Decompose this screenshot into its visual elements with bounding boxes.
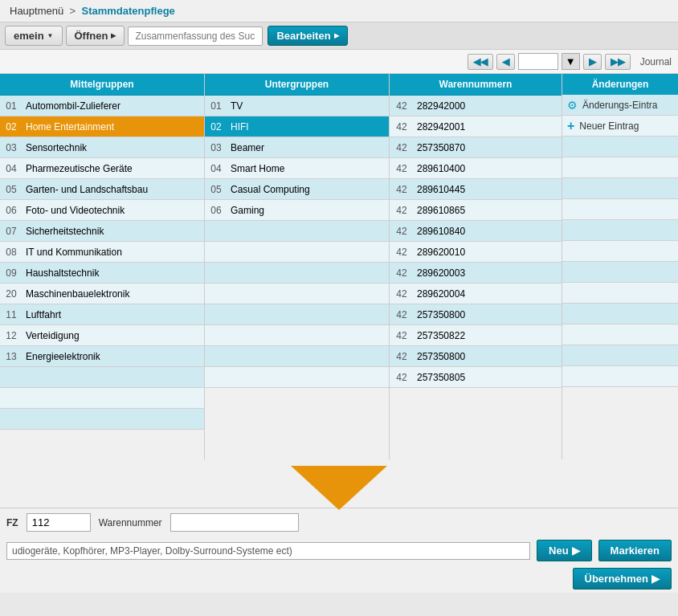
- waren-val: 257350805: [414, 372, 562, 383]
- table-row[interactable]: 04 Smart Home: [205, 158, 389, 179]
- row-num: 05: [0, 184, 22, 195]
- journal-panel: Änderungen ⚙ Änderungs-Eintra + Neuer Ei…: [562, 74, 678, 459]
- journal-row[interactable]: ⚙ Änderungs-Eintra: [562, 95, 678, 116]
- waren-prefix: 42: [390, 100, 414, 112]
- mittelgruppen-panel: Mittelgruppen 01 Automombil-Zulieferer 0…: [0, 74, 205, 459]
- mittelgruppen-header: Mittelgruppen: [0, 74, 204, 96]
- bearbeiten-button[interactable]: Bearbeiten ▶: [268, 26, 347, 46]
- bottom-row1: FZ Warennummer: [0, 508, 678, 536]
- row-text: Energieelektronik: [22, 351, 204, 362]
- table-row[interactable]: 42 289610445: [390, 179, 562, 200]
- row-text: Smart Home: [227, 163, 389, 174]
- nav-page-input[interactable]: [518, 53, 558, 70]
- search-input[interactable]: [128, 27, 263, 46]
- journal-empty: [562, 137, 678, 459]
- row-num: 03: [205, 142, 227, 153]
- allgemein-dropdown-icon: ▼: [47, 32, 54, 39]
- row-num: 02: [0, 121, 22, 133]
- row-num: 13: [0, 351, 22, 362]
- nav-dropdown-button[interactable]: ▼: [562, 53, 580, 70]
- bottom-section: FZ Warennummer Neu ▶ Markieren Übernehme…: [0, 508, 678, 593]
- untergruppen-empty: [205, 221, 389, 459]
- table-row[interactable]: 01 Automombil-Zulieferer: [0, 96, 204, 116]
- untergruppen-rows: 01 TV 02 HIFI 03 Beamer 04 Smart Home 05…: [205, 96, 389, 221]
- mittelgruppen-empty: [0, 367, 204, 459]
- table-row[interactable]: 12 Verteidigung: [0, 325, 204, 346]
- table-row[interactable]: 42 289620010: [390, 242, 562, 263]
- table-row[interactable]: 02 HIFI: [205, 116, 389, 137]
- row-text: HIFI: [227, 121, 389, 133]
- table-row[interactable]: 42 282942001: [390, 116, 562, 137]
- breadcrumb-home[interactable]: Hauptmenü: [10, 5, 63, 17]
- table-row[interactable]: 06 Gaming: [205, 200, 389, 221]
- waren-val: 257350800: [414, 309, 562, 320]
- row-num: 02: [205, 121, 227, 133]
- warennummern-header: Warennummern: [390, 74, 562, 96]
- table-row[interactable]: 20 Maschinenbauelektronik: [0, 284, 204, 304]
- row-num: 05: [205, 184, 227, 195]
- row-num: 07: [0, 226, 22, 237]
- waren-prefix: 42: [390, 163, 414, 174]
- table-row[interactable]: 01 TV: [205, 96, 389, 116]
- table-row[interactable]: 42 257350870: [390, 137, 562, 158]
- table-row[interactable]: 42 289610865: [390, 200, 562, 221]
- neu-button[interactable]: Neu ▶: [537, 540, 592, 561]
- row-num: 01: [0, 100, 22, 112]
- row-num: 12: [0, 330, 22, 341]
- breadcrumb-current: Stammdatenpflege: [82, 5, 175, 17]
- table-row[interactable]: 42 289620004: [390, 284, 562, 304]
- row-num: 08: [0, 247, 22, 258]
- waren-val: 289620010: [414, 247, 562, 258]
- waren-val: 257350800: [414, 351, 562, 362]
- table-row[interactable]: 42 257350805: [390, 367, 562, 388]
- ubernehmen-button[interactable]: Übernehmen ▶: [573, 568, 672, 589]
- waren-prefix: 42: [390, 247, 414, 258]
- table-row[interactable]: 42 282942000: [390, 96, 562, 116]
- nav-first-button[interactable]: ◀◀: [468, 54, 493, 70]
- waren-prefix: 42: [390, 205, 414, 216]
- waren-prefix: 42: [390, 226, 414, 237]
- row-text: Pharmezeutische Geräte: [22, 163, 204, 174]
- table-row[interactable]: 11 Luftfahrt: [0, 304, 204, 325]
- markieren-button[interactable]: Markieren: [598, 540, 672, 561]
- waren-input[interactable]: [170, 513, 299, 532]
- table-row[interactable]: 42 257350800: [390, 346, 562, 367]
- breadcrumb: Hauptmenü > Stammdatenpflege: [0, 0, 678, 22]
- table-row[interactable]: 04 Pharmezeutische Geräte: [0, 158, 204, 179]
- row-text: Garten- und Landschaftsbau: [22, 184, 204, 195]
- offnen-dropdown-icon: ▶: [111, 32, 116, 39]
- row-num: 20: [0, 288, 22, 300]
- desc-input[interactable]: [6, 542, 530, 560]
- journal-row[interactable]: + Neuer Eintrag: [562, 116, 678, 137]
- row-text: Foto- und Videotechnik: [22, 205, 204, 216]
- row-text: Sensortechnik: [22, 142, 204, 153]
- table-row[interactable]: 42 257350822: [390, 325, 562, 346]
- table-row[interactable]: 05 Casual Computing: [205, 179, 389, 200]
- table-row[interactable]: 06 Foto- und Videotechnik: [0, 200, 204, 221]
- nav-last-button[interactable]: ▶▶: [605, 54, 631, 70]
- gear-icon: ⚙: [567, 99, 578, 112]
- journal-rows: ⚙ Änderungs-Eintra + Neuer Eintrag: [562, 95, 678, 137]
- nav-prev-button[interactable]: ◀: [496, 54, 515, 70]
- table-row[interactable]: 02 Home Entertainment: [0, 116, 204, 137]
- row-text: IT und Kommunikation: [22, 247, 204, 258]
- offnen-button[interactable]: Öffnen ▶: [66, 26, 125, 46]
- table-row[interactable]: 42 289620003: [390, 263, 562, 284]
- allgemein-button[interactable]: emein ▼: [5, 26, 63, 46]
- waren-prefix: 42: [390, 267, 414, 279]
- waren-prefix: 42: [390, 351, 414, 362]
- table-row[interactable]: 09 Haushaltstechnik: [0, 263, 204, 284]
- waren-prefix: 42: [390, 142, 414, 153]
- table-row[interactable]: 42 257350800: [390, 304, 562, 325]
- nav-next-button[interactable]: ▶: [583, 54, 602, 70]
- table-row[interactable]: 13 Energieelektronik: [0, 346, 204, 367]
- fz-input[interactable]: [27, 513, 91, 532]
- table-row[interactable]: 08 IT und Kommunikation: [0, 242, 204, 263]
- table-row[interactable]: 42 289610400: [390, 158, 562, 179]
- table-row[interactable]: 05 Garten- und Landschaftsbau: [0, 179, 204, 200]
- table-row[interactable]: 07 Sicherheitstechnik: [0, 221, 204, 242]
- row-text: Home Entertainment: [22, 121, 204, 133]
- table-row[interactable]: 42 289610840: [390, 221, 562, 242]
- table-row[interactable]: 03 Beamer: [205, 137, 389, 158]
- table-row[interactable]: 03 Sensortechnik: [0, 137, 204, 158]
